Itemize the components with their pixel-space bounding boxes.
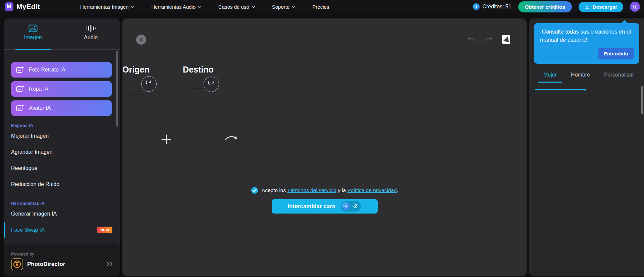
brand-name: MyEdit bbox=[16, 3, 40, 11]
sidebar-item-mejorar-imagen[interactable]: Mejorar Imagen bbox=[4, 128, 120, 144]
credits-display: Créditos: 51 bbox=[473, 3, 511, 10]
chevron-down-icon bbox=[252, 6, 255, 8]
credit-coin-icon bbox=[342, 202, 350, 210]
action-row: Intercambiar cara -2 bbox=[122, 199, 527, 214]
tab-imagen[interactable]: Imagen bbox=[4, 18, 62, 49]
credit-cost-pill: -2 bbox=[340, 201, 361, 212]
terms-of-service-link[interactable]: Términos del servicio bbox=[287, 187, 336, 193]
svg-text:AI: AI bbox=[18, 88, 21, 91]
redo-icon bbox=[484, 36, 493, 43]
active-item-indicator bbox=[4, 222, 5, 238]
avatar-ia-button[interactable]: AI Avatar IA bbox=[11, 100, 112, 116]
entendido-button[interactable]: Entendido bbox=[598, 48, 634, 59]
tab-hombre[interactable]: Hombre bbox=[571, 72, 590, 83]
powered-by-photodirector[interactable]: Powered by PhotoDirector bbox=[4, 248, 120, 276]
image-icon bbox=[29, 25, 38, 32]
section-title: Herramientas IA bbox=[4, 201, 120, 206]
myedit-logo[interactable]: M MyEdit bbox=[5, 2, 40, 11]
svg-text:AI: AI bbox=[18, 69, 21, 72]
tab-mujer[interactable]: Mujer bbox=[543, 72, 557, 83]
user-avatar[interactable]: K bbox=[630, 2, 640, 12]
compare-before-after-button[interactable] bbox=[501, 34, 511, 45]
sidebar-item-reenfoque[interactable]: Reenfoque bbox=[4, 160, 120, 176]
active-tab-underline bbox=[15, 49, 51, 50]
sidebar-tabs: Imagen Audio bbox=[4, 18, 120, 50]
nav-precios[interactable]: Precios bbox=[312, 4, 329, 10]
nav-soporte[interactable]: Soporte bbox=[272, 4, 296, 10]
sidebar-item-face-swap-ia[interactable]: Face Swap IA NEW bbox=[4, 222, 120, 238]
photodirector-logo bbox=[11, 258, 23, 270]
source-column: Origen bbox=[122, 65, 150, 89]
target-label: Destino bbox=[183, 65, 214, 75]
myedit-app: { "theme": { "style": "--accent:#1db4ea;… bbox=[0, 0, 644, 277]
credit-cost-value: -2 bbox=[352, 203, 357, 210]
get-credits-button[interactable]: Obtener créditos bbox=[518, 1, 572, 12]
replace-target-button[interactable] bbox=[204, 77, 219, 92]
workspace: Imagen Audio AI bbox=[0, 13, 644, 277]
close-icon bbox=[139, 38, 144, 42]
svg-text:AI: AI bbox=[18, 107, 21, 110]
nav-herramientas-imagen[interactable]: Herramientas Imagen bbox=[80, 4, 135, 10]
nav-herramientas-audio[interactable]: Herramientas Audio bbox=[151, 4, 202, 10]
sidebar-item-reduccion-de-ruido[interactable]: Reducción de Ruido bbox=[4, 176, 120, 192]
audio-waveform-icon bbox=[86, 25, 96, 32]
ai-sparkle-icon: AI bbox=[16, 104, 24, 112]
download-icon bbox=[585, 4, 590, 9]
topbar-right: Créditos: 51 Obtener créditos Descargar … bbox=[473, 1, 640, 12]
topbar: M MyEdit Herramientas Imagen Herramienta… bbox=[0, 0, 644, 13]
templates-scrollbar[interactable] bbox=[641, 86, 643, 114]
undo-icon bbox=[467, 36, 476, 43]
plus-icon bbox=[161, 132, 172, 147]
ai-sparkle-icon: AI bbox=[16, 66, 24, 74]
ropa-ia-button[interactable]: AI Ropa IA bbox=[11, 81, 112, 97]
ai-sparkle-icon: AI bbox=[16, 85, 24, 93]
section-mejoras-ia: Mejoras IA Mejorar Imagen Agrandar Image… bbox=[4, 123, 120, 192]
history-controls bbox=[467, 34, 511, 45]
sidebar-scrollbar[interactable] bbox=[116, 51, 118, 127]
terms-text: Acepto los Términos del servicio y la Po… bbox=[262, 187, 398, 193]
replace-source-button[interactable] bbox=[141, 76, 157, 92]
refresh-icon bbox=[146, 81, 152, 87]
arrow-right-icon bbox=[225, 133, 238, 145]
credits-count: Créditos: 51 bbox=[482, 4, 511, 10]
face-swap-stage: Origen Destino bbox=[122, 18, 527, 147]
credit-coin-icon bbox=[473, 3, 480, 10]
chevron-down-icon bbox=[131, 6, 135, 8]
chevron-down-icon bbox=[292, 6, 296, 8]
terms-row: Acepto los Términos del servicio y la Po… bbox=[122, 187, 527, 194]
refresh-icon bbox=[208, 81, 215, 88]
double-chevron-right-icon[interactable] bbox=[106, 262, 114, 267]
tooltip-text: ¡Consulte todas sus creaciones en el man… bbox=[540, 28, 634, 44]
sidebar: Imagen Audio AI bbox=[4, 18, 120, 276]
editor-canvas: Origen Destino bbox=[122, 18, 527, 276]
download-button[interactable]: Descargar bbox=[579, 2, 623, 12]
tab-audio[interactable]: Audio bbox=[62, 18, 120, 49]
foto-retrato-ia-button[interactable]: AI Foto Retrato IA bbox=[11, 62, 112, 78]
ai-tool-buttons: AI Foto Retrato IA AI Ropa IA AI bbox=[4, 50, 120, 116]
chevron-down-icon bbox=[198, 6, 202, 8]
section-herramientas-ia: Herramientas IA Generar Imagen IA Face S… bbox=[4, 201, 120, 238]
redo-button[interactable] bbox=[484, 36, 493, 43]
sidebar-item-generar-imagen-ia[interactable]: Generar Imagen IA bbox=[4, 206, 120, 222]
target-column: Destino bbox=[183, 65, 214, 83]
sidebar-item-agrandar-imagen[interactable]: Agrandar Imagen bbox=[4, 144, 120, 160]
template-category-tabs: Mujer Hombre Personalizar bbox=[534, 72, 639, 83]
section-title: Mejoras IA bbox=[4, 123, 120, 128]
intercambiar-cara-button[interactable]: Intercambiar cara -2 bbox=[272, 199, 378, 214]
template-gallery bbox=[534, 90, 639, 99]
undo-button[interactable] bbox=[467, 36, 476, 43]
nav-casos-de-uso[interactable]: Casos de uso bbox=[218, 4, 255, 10]
templates-panel: ¡Consulte todas sus creaciones en el man… bbox=[529, 18, 644, 276]
close-button[interactable] bbox=[136, 35, 146, 45]
photodirector-label: PhotoDirector bbox=[27, 261, 65, 268]
privacy-policy-link[interactable]: Política de privacidad bbox=[347, 187, 396, 193]
user-manual-tooltip: ¡Consulte todas sus creaciones en el man… bbox=[534, 23, 639, 64]
new-badge: NEW bbox=[97, 227, 112, 233]
tab-personalizar[interactable]: Personalizar bbox=[604, 72, 634, 83]
myedit-logo-icon: M bbox=[5, 2, 13, 11]
compare-icon bbox=[501, 34, 511, 45]
powered-by-label: Powered by bbox=[11, 251, 114, 257]
terms-checkbox[interactable] bbox=[251, 187, 258, 194]
source-label: Origen bbox=[122, 65, 150, 75]
main-nav: Herramientas Imagen Herramientas Audio C… bbox=[80, 4, 329, 10]
